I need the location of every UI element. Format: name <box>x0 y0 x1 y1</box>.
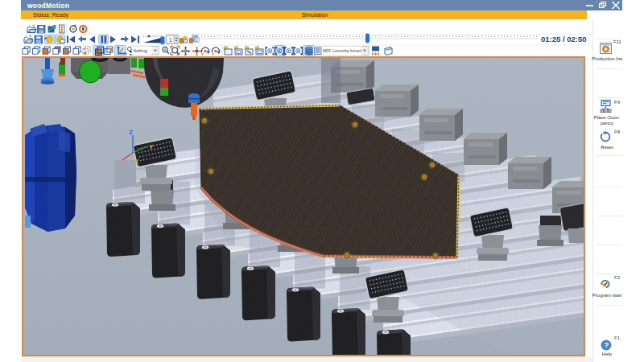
svg-text:?: ? <box>604 340 609 349</box>
svg-text:MDF, Lumumba furniert: MDF, Lumumba furniert <box>323 49 362 53</box>
svg-text:1: 1 <box>169 37 172 43</box>
svg-text:Nothing: Nothing <box>134 48 147 53</box>
